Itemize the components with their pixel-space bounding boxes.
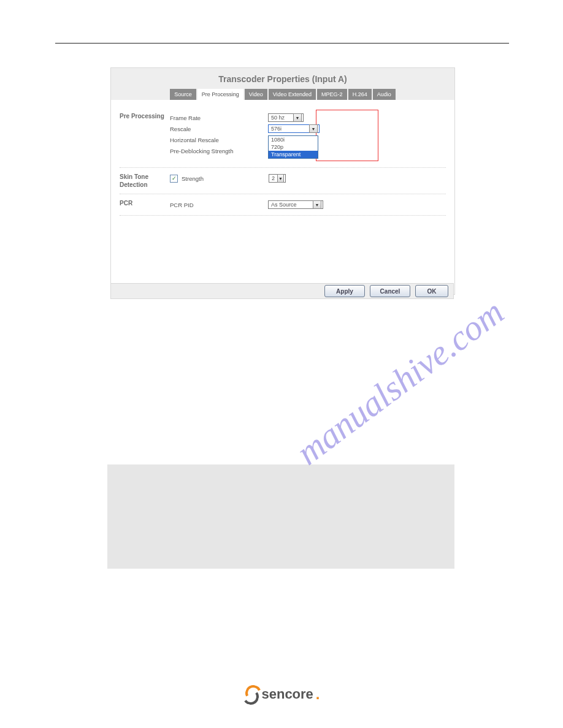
tab-source[interactable]: Source <box>170 89 196 100</box>
frame-rate-select[interactable]: 50 hz ▼ <box>268 113 304 122</box>
section-skin-tone: Skin Tone Detection ✓ Strength 2 ▼ <box>120 168 446 194</box>
strength-value: 2 <box>272 175 275 181</box>
apply-button[interactable]: Apply <box>324 285 365 297</box>
tab-pre-processing[interactable]: Pre Processing <box>197 89 243 100</box>
section-label-pcr: PCR <box>120 199 170 210</box>
content-placeholder-block <box>107 464 454 569</box>
rescale-label: Rescale <box>170 126 268 132</box>
section-pre-processing: Pre Processing Frame Rate 50 hz ▼ Rescal… <box>120 107 446 168</box>
chevron-down-icon: ▼ <box>309 124 318 133</box>
strength-select[interactable]: 2 ▼ <box>269 174 286 183</box>
frame-rate-value: 50 hz <box>271 115 285 121</box>
logo-dot: . <box>316 691 320 698</box>
cancel-button[interactable]: Cancel <box>370 285 410 297</box>
watermark-text: manualshive.com <box>289 291 511 473</box>
transcoder-properties-dialog: Transcoder Properties (Input A) Source P… <box>110 67 455 295</box>
section-label-skintone: Skin Tone Detection <box>120 173 170 189</box>
footer-logo: sencore. <box>0 686 563 703</box>
pcr-pid-select[interactable]: As Source ▼ <box>268 200 323 209</box>
pcr-pid-value: As Source <box>271 202 297 208</box>
logo-text: sencore <box>261 686 313 702</box>
chevron-down-icon: ▼ <box>277 174 284 183</box>
section-label-preprocessing: Pre Processing <box>120 112 170 162</box>
section-pcr: PCR PCR PID As Source ▼ <box>120 194 446 216</box>
tab-audio[interactable]: Audio <box>373 89 396 100</box>
dialog-button-bar: Apply Cancel OK <box>110 283 454 299</box>
predeblock-label: Pre-Deblocking Strength <box>170 148 280 154</box>
rescale-option-transparent[interactable]: Transparent <box>269 151 318 158</box>
pcr-pid-label: PCR PID <box>170 202 268 208</box>
tab-h264[interactable]: H.264 <box>348 89 372 100</box>
ok-button[interactable]: OK <box>415 285 448 297</box>
tab-video[interactable]: Video <box>245 89 267 100</box>
rescale-select[interactable]: 576i ▼ <box>268 124 320 133</box>
tab-video-extended[interactable]: Video Extended <box>269 89 316 100</box>
rescale-option-1080i[interactable]: 1080i <box>269 136 318 143</box>
horizontal-rescale-label: Horizontal Rescale <box>170 137 268 143</box>
dialog-title: Transcoder Properties (Input A) <box>111 68 454 89</box>
chevron-down-icon: ▼ <box>293 113 302 122</box>
dialog-panel: Pre Processing Frame Rate 50 hz ▼ Rescal… <box>111 100 454 294</box>
frame-rate-label: Frame Rate <box>170 115 268 121</box>
strength-checkbox[interactable]: ✓ <box>170 175 178 183</box>
strength-label: Strength <box>182 175 269 182</box>
tab-mpeg2[interactable]: MPEG-2 <box>317 89 347 100</box>
sencore-logo-icon <box>243 686 259 702</box>
rescale-value: 576i <box>271 126 282 132</box>
rescale-option-720p[interactable]: 720p <box>269 143 318 151</box>
chevron-down-icon: ▼ <box>313 200 321 209</box>
page-top-rule <box>55 43 509 44</box>
dialog-tabs: Source Pre Processing Video Video Extend… <box>111 89 454 100</box>
rescale-options-dropdown: 1080i 720p Transparent <box>268 135 318 159</box>
